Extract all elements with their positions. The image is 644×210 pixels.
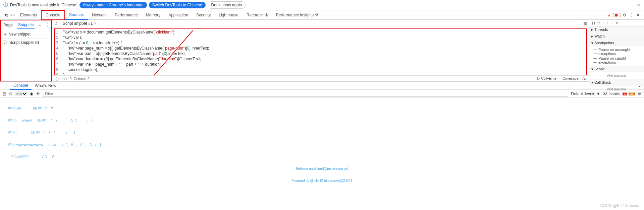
step-out-icon[interactable]: ↑ — [606, 21, 608, 25]
language-banner: ⓘ DevTools is now available in Chinese! … — [0, 0, 644, 10]
more-subtabs-icon[interactable]: » — [39, 23, 41, 27]
tab-application[interactable]: Application — [164, 11, 192, 19]
toggle-sidebar-icon[interactable]: ▥ — [583, 21, 587, 26]
tab-network[interactable]: Network — [88, 11, 111, 19]
pretty-print-icon[interactable]: { } — [55, 77, 59, 81]
subtab-snippets[interactable]: Snippets — [17, 21, 35, 29]
run-hint: ▷ Ctrl+Enter — [537, 76, 558, 81]
tab-lighthouse[interactable]: Lighthouse — [215, 11, 243, 19]
pause-uncaught-checkbox[interactable] — [593, 50, 597, 54]
section-threads[interactable]: ▸ Threads — [589, 26, 644, 33]
cursor-position: Line 9, Column 2 — [61, 77, 89, 81]
sources-pane: Page Snippets » ⋮ ＋ New snippet Script s… — [0, 20, 644, 82]
dismiss-banner-button[interactable]: Don't show again — [208, 1, 246, 9]
inspect-icon[interactable]: ◩ — [3, 13, 9, 17]
close-devtools-icon[interactable]: ✕ — [635, 13, 641, 17]
clear-console-icon[interactable]: ⊘ — [9, 91, 12, 96]
pause-icon[interactable]: ▮▮ — [591, 21, 595, 25]
close-icon[interactable]: ✕ — [637, 2, 641, 8]
context-selector[interactable]: top — [15, 91, 27, 96]
step-icon[interactable]: → — [610, 21, 614, 25]
section-scope[interactable]: ▾ Scope — [589, 66, 644, 72]
tab-console[interactable]: Console — [41, 10, 65, 20]
gear-icon[interactable]: ⚙ — [621, 13, 628, 17]
scope-not-paused: Not paused — [589, 72, 644, 79]
ascii-art-log: ## hh ## hh ## \\ // ## hh wwww hh ## \_… — [0, 98, 644, 192]
callstack-not-paused: Not paused — [589, 86, 644, 92]
tab-perf-insights[interactable]: Performance insights ⚗ — [272, 11, 323, 19]
drawer-tab-bar: ⋮ Console What's New ✕ — [0, 82, 644, 90]
console-toolbar: ▤ ⊘ top ◉ 👁 Default levels ▼ 33 Issues: … — [0, 90, 644, 98]
snippet-item[interactable]: Script snippet #1 — [1, 39, 51, 46]
section-watch[interactable]: ▸ Watch — [589, 33, 644, 40]
warning-count[interactable]: ▲ 2 — [607, 13, 614, 17]
snippet-file-icon — [3, 41, 7, 45]
deactivate-bp-icon[interactable]: ⌀ — [616, 21, 618, 25]
new-snippet-button[interactable]: ＋ New snippet — [1, 30, 51, 39]
console-sidebar-icon[interactable]: ▤ — [3, 91, 6, 96]
debugger-pane: ▮▮ ↷ ↓ ↑ → ⌀ ▸ Threads ▸ Watch ▾ Breakpo… — [589, 20, 644, 81]
file-nav-icon[interactable]: 🗋 — [54, 21, 58, 26]
section-breakpoints[interactable]: ▾ Breakpoints — [589, 40, 644, 46]
tab-performance[interactable]: Performance — [111, 11, 142, 19]
banner-message: DevTools is now available in Chinese! — [10, 3, 77, 7]
tab-recorder[interactable]: Recorder ⚗ — [243, 11, 272, 19]
code-area[interactable]: "kw">var x = document.getElementsByClass… — [61, 29, 211, 75]
coverage-status: Coverage: n/a — [562, 76, 586, 81]
close-tab-icon[interactable]: × — [94, 21, 96, 26]
match-language-button[interactable]: Always match Chrome's language — [79, 2, 147, 8]
line-gutter: 123456789 — [55, 29, 61, 75]
editor-tab[interactable]: Script snippet #1× — [61, 20, 98, 26]
tab-security[interactable]: Security — [192, 11, 215, 19]
kebab-icon[interactable]: ⋮ — [628, 13, 635, 17]
snippet-item-label: Script snippet #1 — [9, 40, 39, 45]
step-into-icon[interactable]: ↓ — [602, 21, 604, 25]
tab-memory[interactable]: Memory — [142, 11, 164, 19]
tab-elements[interactable]: Elements — [16, 11, 41, 19]
drawer-kebab-icon[interactable]: ⋮ — [2, 83, 10, 88]
drawer-tab-console[interactable]: Console — [10, 82, 32, 90]
switch-devtools-button[interactable]: Switch DevTools to Chinese — [149, 2, 206, 8]
section-call-stack[interactable]: ▾ Call Stack — [589, 79, 644, 86]
error-count[interactable]: ⬣ 1 — [614, 13, 621, 17]
subtab-page[interactable]: Page — [3, 21, 13, 29]
live-expression-icon[interactable]: 👁 — [36, 91, 40, 96]
sources-navigator: Page Snippets » ⋮ ＋ New snippet Script s… — [0, 20, 52, 81]
pause-caught-checkbox[interactable] — [593, 58, 597, 63]
step-over-icon[interactable]: ↷ — [597, 21, 600, 25]
context-indicator-icon: ◉ — [30, 91, 33, 96]
navigator-kebab-icon[interactable]: ⋮ — [45, 23, 49, 27]
drawer-tab-whatsnew[interactable]: What's New — [32, 82, 60, 89]
info-icon: ⓘ — [3, 2, 8, 8]
tab-sources[interactable]: Sources — [65, 10, 88, 20]
console-output: ## hh ## hh ## \\ // ## hh wwww hh ## \_… — [0, 98, 644, 192]
editor-status-bar: { } Line 9, Column 2 ▷ Ctrl+Enter Covera… — [52, 75, 589, 81]
device-icon[interactable]: ▭ — [9, 13, 16, 17]
main-tab-bar: ◩ ▭ Elements Console Sources Network Per… — [0, 10, 644, 20]
console-filter-input[interactable] — [43, 91, 568, 97]
editor-column: 🗋 Script snippet #1× ▥ 123456789 "kw">va… — [52, 20, 589, 81]
